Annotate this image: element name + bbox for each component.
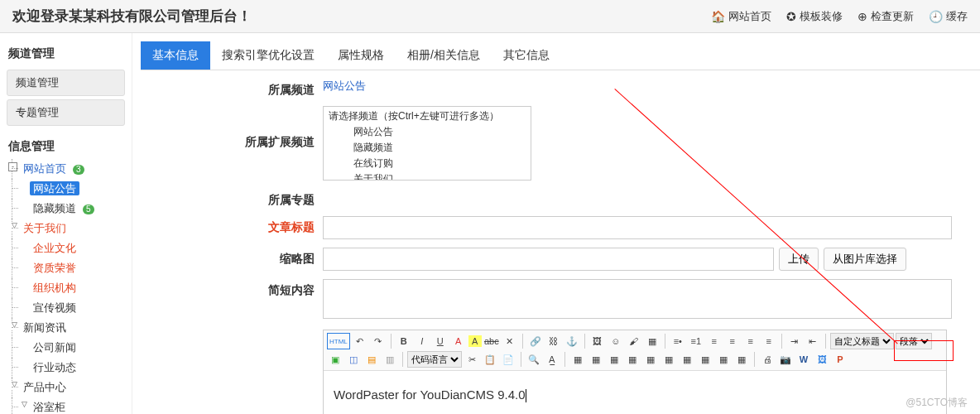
link-cache[interactable]: 🕘缓存 [929,9,968,24]
tree-item-honor[interactable]: 资质荣誉 [8,258,127,278]
font-color-icon[interactable]: A [450,333,467,349]
tab-album[interactable]: 相册/相关信息 [396,41,492,70]
image-icon[interactable]: 🖼 [589,333,606,349]
redo-icon[interactable]: ↷ [370,333,387,349]
tool-icon[interactable]: A̲ [544,351,560,368]
tab-seo[interactable]: 搜索引擎优化设置 [210,41,326,70]
tool-icon[interactable]: ▦ [697,351,713,368]
code-lang-select[interactable]: 代码语言 [407,351,462,368]
word-icon[interactable]: W [795,351,812,368]
tool-icon[interactable]: ▦ [715,351,732,368]
brief-textarea[interactable] [323,279,952,319]
tool-icon[interactable]: ▦ [661,351,677,368]
tool-icon[interactable]: ▦ [569,351,586,368]
article-title-input[interactable] [323,216,952,239]
toggle-icon[interactable]: - [8,162,17,171]
indent-icon[interactable]: ⇥ [786,333,803,349]
sidebar-btn-topic-mgmt[interactable]: 专题管理 [7,99,125,126]
bg-color-icon[interactable]: A [468,335,482,347]
tool-icon[interactable]: ▦ [606,351,622,368]
tree-item-hidden[interactable]: 隐藏频道5 [8,199,127,219]
tree-item-industry[interactable]: 行业动态 [8,358,127,378]
tool-icon[interactable]: 📋 [482,351,498,368]
tool-icon[interactable]: ◫ [345,351,362,368]
tool-icon[interactable]: ▤ [363,351,380,368]
ext-channel-select[interactable]: 请选择频道（按Ctrl+左键可进行多选） 网站公告 隐藏频道 在线订购 关于我们… [323,106,531,181]
tab-other[interactable]: 其它信息 [492,41,561,70]
tool-icon[interactable]: ▦ [679,351,695,368]
tree-item-announce[interactable]: 网站公告 [8,179,127,199]
toggle-icon[interactable]: ▽ [10,381,19,390]
strike-icon[interactable]: abc [483,333,500,349]
tool-icon[interactable]: ▣ [327,351,343,368]
select-option[interactable]: 网站公告 [327,124,527,140]
unlink-icon[interactable]: ⛓ [545,333,562,349]
clear-format-icon[interactable]: ✕ [502,333,518,349]
tool-icon[interactable]: ▦ [588,351,604,368]
ol-icon[interactable]: ≡1 [688,333,704,349]
tree-label: 关于我们 [20,221,70,235]
header-link-label: 网站首页 [728,9,771,24]
table-icon[interactable]: ▦ [644,333,661,349]
gallery-button[interactable]: 从图片库选择 [824,248,906,271]
tool-icon[interactable]: ✂ [464,351,480,368]
tab-attr[interactable]: 属性规格 [326,41,396,70]
tree-item-org[interactable]: 组织机构 [8,278,127,298]
style-select[interactable]: 自定义标题 [830,333,894,349]
annotation-box [894,340,954,361]
tab-basic[interactable]: 基本信息 [141,41,210,70]
ppt-icon[interactable]: P [832,351,848,368]
camera-icon[interactable]: 📷 [777,351,794,368]
tree-item-video[interactable]: 宣传视频 [8,298,127,318]
print-icon[interactable]: 🖨 [759,351,776,368]
select-option[interactable]: 关于我们 [327,171,527,181]
channel-value[interactable]: 网站公告 [323,79,366,92]
align-center-icon[interactable]: ≡ [724,333,741,349]
sidebar-btn-channel-mgmt[interactable]: 频道管理 [7,70,125,96]
paint-icon[interactable]: 🖌 [626,333,642,349]
sidebar-tree: -网站首页3 网站公告 隐藏频道5 ▽关于我们 企业文化 资质荣誉 组织机构 宣… [5,159,127,414]
toggle-icon[interactable]: ▽ [10,222,19,231]
tree-label: 行业动态 [30,360,79,374]
select-option[interactable]: 在线订购 [327,156,527,171]
link-template[interactable]: ✪模板装修 [786,9,843,24]
tree-item-products[interactable]: ▽产品中心 [8,378,127,397]
tool-icon[interactable]: 📄 [500,351,516,368]
tree-item-culture[interactable]: 企业文化 [8,238,127,258]
tree-item-about[interactable]: ▽关于我们 [8,219,127,238]
undo-icon[interactable]: ↶ [352,333,368,349]
image-upload-icon[interactable]: 🖼 [814,351,830,368]
tool-icon[interactable]: ▦ [642,351,659,368]
tree-label: 公司新闻 [30,340,79,354]
ul-icon[interactable]: ≡• [670,333,686,349]
toggle-icon[interactable]: ▽ [10,321,19,330]
tool-icon[interactable]: ▥ [382,351,398,368]
select-option[interactable]: 请选择频道（按Ctrl+左键可进行多选） [327,108,527,124]
align-left-icon[interactable]: ≡ [706,333,723,349]
tree-item-home[interactable]: -网站首页3 [8,159,127,179]
italic-icon[interactable]: I [414,333,430,349]
link-update[interactable]: ⊕检查更新 [858,9,914,24]
align-right-icon[interactable]: ≡ [742,333,759,349]
link-home[interactable]: 🏠网站首页 [711,9,771,24]
html-source-icon[interactable]: HTML [327,333,350,349]
select-option[interactable]: 隐藏频道 [327,140,527,156]
tree-item-news[interactable]: ▽新闻资讯 [8,318,127,338]
editor-body[interactable]: WordPaster for YouDianCMS 9.4.0 [324,371,946,414]
header-link-label: 缓存 [946,9,968,24]
bold-icon[interactable]: B [396,333,412,349]
anchor-icon[interactable]: ⚓ [564,333,580,349]
tree-item-bathroom[interactable]: ▽浴室柜 [8,397,127,414]
tree-item-company-news[interactable]: 公司新闻 [8,338,127,358]
thumb-input[interactable] [323,248,774,271]
link-icon[interactable]: 🔗 [527,333,544,349]
cache-icon: 🕘 [929,10,943,23]
emoji-icon[interactable]: ☺ [608,333,624,349]
tool-icon[interactable]: 🔍 [526,351,542,368]
tool-icon[interactable]: ▦ [624,351,641,368]
outdent-icon[interactable]: ⇤ [805,333,821,349]
align-justify-icon[interactable]: ≡ [761,333,777,349]
tool-icon[interactable]: ▦ [733,351,750,368]
underline-icon[interactable]: U [432,333,449,349]
toggle-icon[interactable]: ▽ [20,401,29,410]
